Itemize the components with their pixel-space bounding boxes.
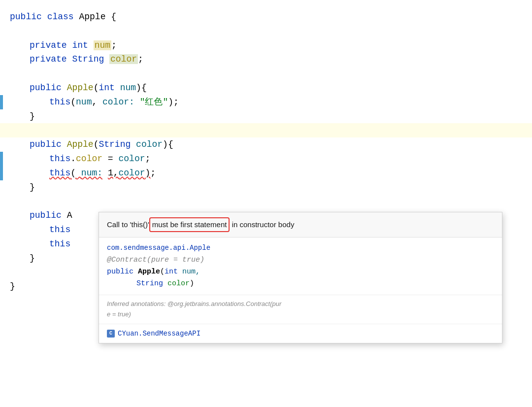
doc-public-kw: public (107, 268, 133, 276)
class-item-name: CYuan.SendMessageAPI (118, 328, 200, 339)
gutter-indicator-3 (0, 166, 3, 180)
code-line-close-2: } (0, 180, 532, 195)
code-line-blank-1 (0, 24, 532, 38)
doc-param1-name: num, (182, 268, 200, 276)
doc-class-line: com.sendmessage.api.Apple (107, 242, 494, 254)
keyword-public: public (10, 10, 42, 24)
code-line-this-error: this( num: 1,color); (0, 166, 532, 180)
doc-annotation-line: @Contract(pure = true) (107, 254, 494, 266)
code-line-private-color: private String color; (0, 52, 532, 67)
class-name-apple: Apple (79, 10, 105, 24)
keyword-class: class (47, 10, 74, 24)
doc-annotation: @Contract(pure = true) (107, 256, 204, 264)
code-line-private-num: private int num; (0, 38, 532, 53)
gutter-indicator-2 (0, 152, 3, 166)
doc-param2-name: color (167, 279, 190, 288)
tooltip-doc: com.sendmessage.api.Apple @Contract(pure… (99, 237, 502, 295)
code-line-1: public class Apple { (0, 10, 532, 24)
code-line-blank-2 (0, 67, 532, 81)
doc-signature-line-2: String color) (107, 278, 494, 290)
doc-method-name: Apple (138, 268, 160, 276)
doc-param2-type: String (136, 279, 163, 288)
code-line-blank-3 (0, 194, 532, 208)
error-highlight: must be first statement (149, 217, 230, 232)
code-line-highlighted-blank (0, 123, 532, 137)
error-prefix: Call to 'this()' (107, 219, 149, 231)
code-line-constructor-1: public Apple(int num){ (0, 81, 532, 95)
code-line-this-call-1: this(num, color: "红色"); (0, 95, 532, 109)
inferred-text-2: e = true) (107, 310, 131, 318)
doc-signature-line: public Apple(int num, (107, 266, 494, 278)
code-line-this-color: this.color = color; (0, 152, 532, 166)
doc-param1-type: int (165, 268, 178, 276)
error-suffix-text: in constructor body (232, 219, 295, 231)
class-icon: C (107, 330, 115, 338)
inferred-text-1: Inferred annotations: @org.jetbrains.ann… (107, 300, 281, 307)
tooltip-inferred: Inferred annotations: @org.jetbrains.ann… (99, 295, 502, 324)
doc-class-name: com.sendmessage.api.Apple (107, 244, 210, 252)
code-line-constructor-2: public Apple(String color){ (0, 137, 532, 152)
code-line-close-1: } (0, 109, 532, 124)
error-tooltip: Call to 'this()' must be first statement… (99, 212, 502, 343)
error-message-row: Call to 'this()' must be first statement… (99, 212, 502, 237)
code-editor: public class Apple { private int num; pr… (0, 0, 532, 407)
tooltip-class-item[interactable]: C CYuan.SendMessageAPI (99, 324, 502, 343)
gutter-indicator (0, 95, 3, 109)
